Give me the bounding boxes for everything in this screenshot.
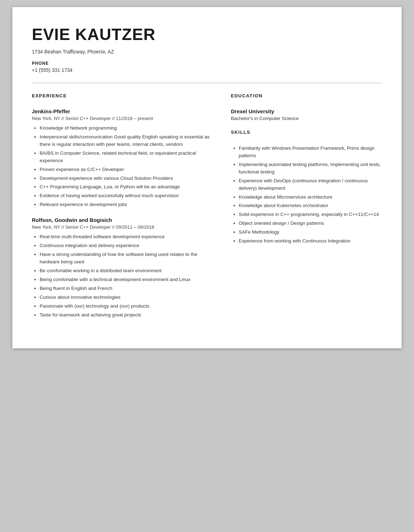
list-item: Relevant experience in development jobs: [40, 201, 217, 208]
list-item: Knowledge of Network programming: [40, 125, 217, 132]
list-item: Taste for teamwork and achieving great p…: [40, 311, 217, 319]
skills-list: Familiarity with Windows Presentation Fr…: [231, 145, 383, 245]
list-item: Real-time multi-threaded software develo…: [40, 233, 217, 241]
job-meta-2: New York, NY // Senior C++ Developer // …: [32, 224, 217, 230]
job-bullets-1: Knowledge of Network programming Interpe…: [32, 125, 217, 208]
list-item: Being fluent in English and French: [40, 285, 217, 292]
job-block-1: Jenkins-Pfeffer New York, NY // Senior C…: [32, 108, 217, 208]
education-block: Drexel University Bachelor's in Computer…: [231, 108, 383, 121]
list-item: Experience with DevOps (continuous integ…: [239, 177, 383, 192]
list-item: Evidence of having worked successfully w…: [40, 192, 217, 200]
job-meta-1: New York, NY // Senior C++ Developer // …: [32, 116, 217, 121]
list-item: Continuous integration and delivery expe…: [40, 242, 217, 250]
list-item: Interpersonal skills/communication Good …: [40, 133, 217, 148]
list-item: BA/BS in Computer Science, related techn…: [40, 150, 217, 165]
degree: Bachelor's in Computer Science: [231, 116, 383, 121]
list-item: Knowledge about Kubernetes orchestrator: [239, 202, 383, 210]
section-divider: [32, 83, 382, 83]
list-item: Knowledge about Microservices architectu…: [239, 194, 383, 201]
list-item: Experience from working with Continuous …: [239, 238, 383, 245]
company-1: Jenkins-Pfeffer: [32, 108, 217, 114]
resume-container: EVIE KAUTZER 1734 Beahan Trafficway, Pho…: [12, 7, 402, 348]
header: EVIE KAUTZER 1734 Beahan Trafficway, Pho…: [32, 25, 382, 73]
address: 1734 Beahan Trafficway, Phoenix, AZ: [32, 49, 382, 55]
list-item: Object oriented design / Design patterns: [239, 220, 383, 227]
company-2: Rolfson, Goodwin and Bogisich: [32, 217, 217, 223]
list-item: Implementing automated testing platforms…: [239, 161, 383, 176]
job-bullets-2: Real-time multi-threaded software develo…: [32, 233, 217, 319]
experience-section-title: EXPERIENCE: [32, 93, 217, 98]
phone-number: +1 (555) 331 1734: [32, 67, 382, 73]
list-item: Solid experience in C++ programming, esp…: [239, 211, 383, 218]
skills-section-title: SKILLS: [231, 130, 383, 135]
list-item: C++ Programming Language, Lua, or Python…: [40, 183, 217, 191]
main-content: EXPERIENCE Jenkins-Pfeffer New York, NY …: [32, 93, 382, 327]
list-item: Have a strong understanding of how the s…: [40, 251, 217, 266]
education-section-title: EDUCATION: [231, 93, 383, 98]
list-item: Curious about innovative technologies: [40, 294, 217, 301]
list-item: Development experience with various Clou…: [40, 175, 217, 182]
phone-label: PHONE: [32, 61, 382, 66]
left-column: EXPERIENCE Jenkins-Pfeffer New York, NY …: [32, 93, 217, 327]
list-item: Proven experience as C/C++ Developer: [40, 166, 217, 173]
list-item: Passionate with (our) technology and (ou…: [40, 303, 217, 310]
right-column: EDUCATION Drexel University Bachelor's i…: [231, 93, 383, 327]
job-block-2: Rolfson, Goodwin and Bogisich New York, …: [32, 217, 217, 319]
list-item: Familiarity with Windows Presentation Fr…: [239, 145, 383, 160]
school-name: Drexel University: [231, 108, 383, 114]
list-item: Be comfortable working in a distributed …: [40, 267, 217, 275]
list-item: SAFe Methodology: [239, 229, 383, 236]
candidate-name: EVIE KAUTZER: [32, 25, 382, 44]
list-item: Being comfortable with a technical devel…: [40, 276, 217, 284]
